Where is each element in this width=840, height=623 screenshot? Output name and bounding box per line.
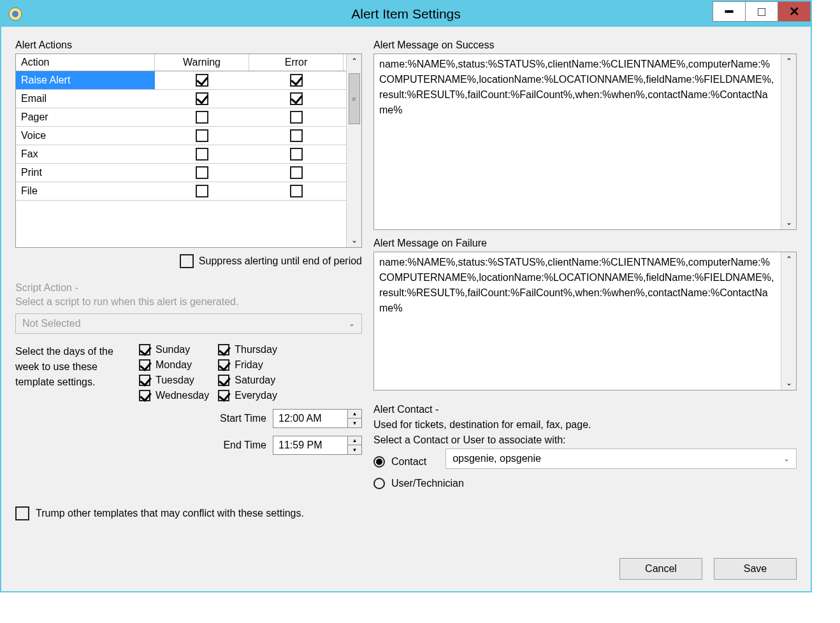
scroll-thumb[interactable]: ≡ bbox=[349, 73, 360, 124]
table-row[interactable]: Pager bbox=[16, 108, 346, 127]
error-checkbox[interactable] bbox=[290, 166, 303, 179]
action-name: Fax bbox=[16, 145, 155, 163]
day-label: Wednesday bbox=[156, 390, 209, 401]
day-checkbox-row[interactable]: Monday bbox=[139, 359, 209, 371]
error-checkbox[interactable] bbox=[290, 129, 303, 142]
action-name: File bbox=[16, 182, 155, 200]
warning-checkbox[interactable] bbox=[196, 129, 208, 142]
minimize-button[interactable]: ━ bbox=[713, 1, 746, 22]
scroll-up-icon[interactable]: ⌃ bbox=[786, 54, 792, 68]
actions-scrollbar[interactable]: ⌃ ≡ ⌄ bbox=[346, 54, 361, 247]
warning-checkbox[interactable] bbox=[196, 92, 208, 105]
right-column: Alert Message on Success name:%NAME%,sta… bbox=[373, 39, 797, 491]
start-time-row: Start Time 12:00 AM ▲▼ bbox=[15, 409, 362, 428]
table-row[interactable]: Voice bbox=[16, 127, 346, 145]
day-checkbox-row[interactable]: Friday bbox=[218, 359, 277, 371]
days-section: Select the days of the week to use these… bbox=[15, 344, 362, 401]
trump-label: Trump other templates that may conflict … bbox=[36, 508, 304, 519]
table-row[interactable]: Email bbox=[16, 90, 346, 108]
day-label: Saturday bbox=[235, 375, 275, 386]
scroll-down-icon[interactable]: ⌄ bbox=[786, 376, 792, 390]
suppress-row: Suppress alerting until end of period bbox=[15, 254, 362, 268]
col-action[interactable]: Action bbox=[16, 54, 155, 71]
day-checkbox[interactable] bbox=[139, 390, 150, 401]
scroll-up-icon[interactable]: ⌃ bbox=[351, 54, 358, 68]
error-checkbox[interactable] bbox=[290, 185, 303, 197]
day-label: Friday bbox=[235, 359, 263, 371]
action-name: Print bbox=[16, 164, 155, 182]
day-checkbox-row[interactable]: Everyday bbox=[218, 390, 277, 401]
radio-user[interactable] bbox=[373, 478, 385, 489]
failure-textarea[interactable]: name:%NAME%,status:%STATUS%,clientName:%… bbox=[373, 252, 797, 390]
action-name: Raise Alert bbox=[16, 71, 155, 89]
day-checkbox-row[interactable]: Tuesday bbox=[139, 375, 209, 386]
failure-label: Alert Message on Failure bbox=[373, 238, 797, 249]
radio-contact-row[interactable]: Contact bbox=[373, 454, 426, 469]
scroll-down-icon[interactable]: ⌄ bbox=[351, 233, 358, 247]
window-title: Alert Item Settings bbox=[1, 6, 811, 22]
alert-actions-label: Alert Actions bbox=[15, 39, 362, 51]
day-checkbox[interactable] bbox=[218, 390, 229, 401]
day-checkbox-row[interactable]: Thursday bbox=[218, 344, 277, 355]
radio-user-row[interactable]: User/Technician bbox=[373, 476, 797, 491]
success-textarea[interactable]: name:%NAME%,status:%STATUS%,clientName:%… bbox=[373, 54, 797, 230]
day-checkbox[interactable] bbox=[218, 359, 229, 371]
days-label: Select the days of the week to use these… bbox=[15, 344, 130, 401]
warning-checkbox[interactable] bbox=[196, 166, 208, 179]
warning-checkbox[interactable] bbox=[196, 111, 208, 124]
spin-up-icon[interactable]: ▲ bbox=[348, 410, 361, 419]
chevron-down-icon: ⌄ bbox=[783, 453, 790, 464]
start-time-spinner[interactable]: 12:00 AM ▲▼ bbox=[273, 409, 362, 428]
end-time-label: End Time bbox=[223, 440, 266, 451]
warning-checkbox[interactable] bbox=[196, 74, 208, 87]
spin-up-icon[interactable]: ▲ bbox=[348, 436, 361, 446]
col-warning[interactable]: Warning bbox=[155, 54, 249, 71]
warning-checkbox[interactable] bbox=[196, 185, 208, 197]
maximize-button[interactable]: □ bbox=[745, 1, 778, 22]
script-combo[interactable]: Not Selected ⌄ bbox=[15, 313, 362, 334]
day-label: Monday bbox=[156, 359, 192, 371]
end-time-spinner[interactable]: 11:59 PM ▲▼ bbox=[273, 436, 362, 455]
end-time-row: End Time 11:59 PM ▲▼ bbox=[15, 436, 362, 455]
table-row[interactable]: Fax bbox=[16, 145, 346, 164]
save-button[interactable]: Save bbox=[714, 558, 797, 580]
warning-checkbox[interactable] bbox=[196, 148, 208, 161]
day-checkbox[interactable] bbox=[139, 375, 150, 386]
day-checkbox-row[interactable]: Sunday bbox=[139, 344, 209, 355]
day-checkbox[interactable] bbox=[139, 344, 150, 355]
error-checkbox[interactable] bbox=[290, 92, 303, 105]
suppress-checkbox[interactable] bbox=[180, 254, 194, 268]
table-row[interactable]: Print bbox=[16, 164, 346, 182]
contact-section: Alert Contact - Used for tickets, destin… bbox=[373, 402, 797, 491]
spin-down-icon[interactable]: ▼ bbox=[348, 419, 361, 427]
chevron-down-icon: ⌄ bbox=[349, 319, 355, 328]
suppress-label: Suppress alerting until end of period bbox=[199, 255, 362, 267]
error-checkbox[interactable] bbox=[290, 74, 303, 87]
error-checkbox[interactable] bbox=[290, 111, 303, 124]
cancel-button[interactable]: Cancel bbox=[619, 558, 702, 580]
day-checkbox[interactable] bbox=[218, 344, 229, 355]
scroll-up-icon[interactable]: ⌃ bbox=[786, 252, 792, 266]
day-checkbox[interactable] bbox=[139, 359, 150, 371]
start-time-label: Start Time bbox=[220, 413, 266, 424]
table-row[interactable]: Raise Alert bbox=[16, 71, 346, 90]
table-row[interactable]: File bbox=[16, 182, 346, 201]
trump-row: Trump other templates that may conflict … bbox=[15, 506, 797, 520]
table-header-row: Action Warning Error bbox=[16, 54, 346, 71]
window-buttons: ━ □ ✕ bbox=[713, 1, 811, 27]
day-checkbox-row[interactable]: Wednesday bbox=[139, 390, 209, 401]
trump-checkbox[interactable] bbox=[15, 506, 29, 520]
spin-down-icon[interactable]: ▼ bbox=[348, 445, 361, 454]
close-button[interactable]: ✕ bbox=[778, 1, 811, 22]
day-checkbox-row[interactable]: Saturday bbox=[218, 375, 277, 386]
success-label: Alert Message on Success bbox=[373, 39, 797, 51]
day-checkbox[interactable] bbox=[218, 375, 229, 386]
contact-combo[interactable]: opsgenie, opsgenie ⌄ bbox=[445, 448, 797, 469]
radio-contact[interactable] bbox=[373, 456, 385, 468]
error-checkbox[interactable] bbox=[290, 148, 303, 161]
script-label: Script Action - Select a script to run w… bbox=[15, 281, 362, 310]
col-error[interactable]: Error bbox=[249, 54, 344, 71]
left-column: Alert Actions Action Warning Error Raise… bbox=[15, 39, 362, 491]
scroll-down-icon[interactable]: ⌄ bbox=[786, 215, 792, 229]
day-label: Everyday bbox=[235, 390, 277, 401]
